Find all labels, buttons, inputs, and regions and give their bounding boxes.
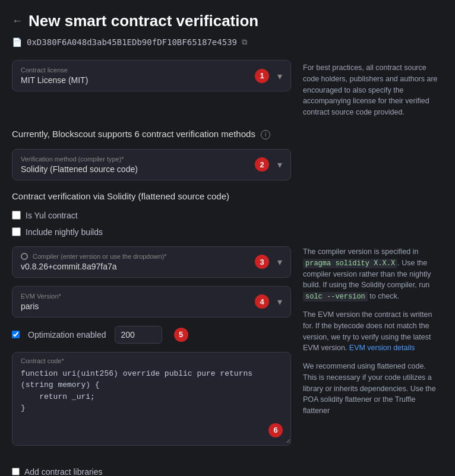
evm-dropdown-arrow: ▾ [277, 296, 282, 307]
page-title: New smart contract verification [29, 12, 258, 30]
verification-method-label: Verification method (compiler type)* [21, 156, 267, 163]
license-value: MIT License (MIT) [21, 75, 267, 85]
verification-method-dropdown[interactable]: Verification method (compiler type)* Sol… [12, 149, 291, 180]
yul-label: Is Yul contract [26, 211, 78, 220]
compiler-dropdown[interactable]: Compiler (enter version or use the dropd… [12, 246, 291, 278]
contract-code-section: Contract code* function uri(uint256) ove… [12, 352, 291, 446]
evm-value: paris [21, 302, 267, 311]
nightly-label: Include nightly builds [26, 227, 103, 237]
verification-methods-header: Currently, Blockscout supports 6 contrac… [12, 129, 443, 139]
add-libraries-label: Add contract libraries [24, 467, 103, 476]
license-dropdown-arrow: ▾ [277, 70, 282, 81]
license-dropdown[interactable]: Contract license MIT License (MIT) 1 ▾ [12, 60, 291, 91]
optimization-label: Optimization enabled [28, 330, 106, 339]
verification-method-value: Solidity (Flattened source code) [21, 164, 267, 174]
compiler-field-label: Compiler (enter version or use the dropd… [33, 253, 167, 260]
yul-checkbox[interactable] [12, 211, 21, 220]
copy-icon[interactable]: ⧉ [242, 37, 247, 47]
optimization-checkbox[interactable] [12, 331, 20, 338]
step-3-badge: 3 [255, 255, 269, 269]
evm-hint: The EVM version the contract is written … [303, 309, 440, 354]
optimization-input[interactable] [115, 326, 162, 344]
verification-method-arrow: ▾ [277, 159, 282, 170]
add-libraries-checkbox[interactable] [12, 468, 20, 475]
step-6-badge: 6 [268, 423, 283, 437]
contract-address: 0xD380F6A048d3ab45B1EDb90fDF10BF65187e45… [27, 37, 237, 47]
evm-dropdown[interactable]: EVM Version* paris 4 ▾ [12, 286, 291, 318]
license-label: Contract license [21, 66, 267, 74]
step-4-badge: 4 [255, 294, 269, 309]
contract-file-icon: 📄 [12, 37, 22, 47]
back-arrow-icon[interactable]: ← [12, 15, 23, 27]
contract-code-textarea[interactable]: function uri(uint256) override public pu… [12, 364, 290, 443]
compiler-hint: The compiler version is specified in pra… [303, 246, 440, 302]
compiler-dropdown-arrow: ▾ [277, 256, 282, 268]
evm-version-link[interactable]: EVM version details [349, 344, 415, 352]
step-1-badge: 1 [255, 69, 269, 83]
solidity-section-title: Contract verification via Solidity (flat… [12, 191, 443, 201]
step-2-badge: 2 [255, 157, 269, 172]
license-hint: For best practices, all contract source … [303, 60, 440, 118]
compiler-radio-icon [21, 253, 28, 260]
info-icon[interactable]: i [261, 130, 270, 139]
code-field-label: Contract code* [12, 353, 290, 364]
flatten-hint: We recommend using flattened code. This … [303, 361, 440, 417]
step-5-badge: 5 [174, 328, 188, 342]
nightly-builds-checkbox[interactable] [12, 227, 21, 236]
evm-label: EVM Version* [21, 293, 267, 300]
compiler-value: v0.8.26+commit.8a97fa7a [21, 262, 267, 271]
